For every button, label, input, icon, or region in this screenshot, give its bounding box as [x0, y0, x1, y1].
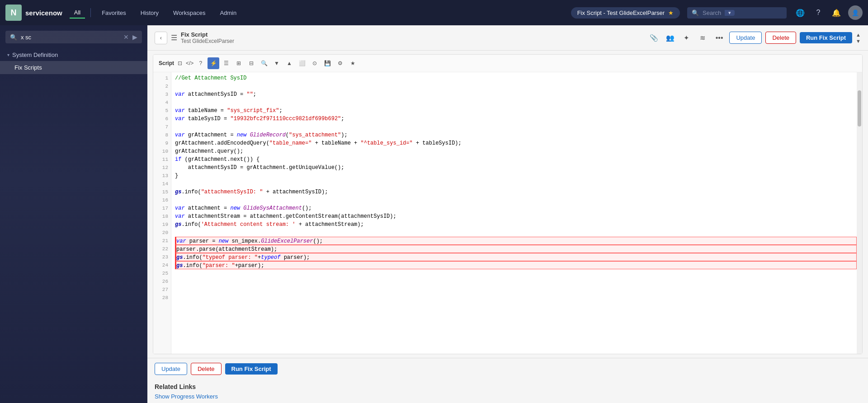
star-icon[interactable]: ★ [668, 9, 674, 16]
code-line-9: grAttachment.addEncodedQuery("table_name… [175, 139, 857, 147]
line-numbers: 12345 678910 1112131415 1617181920 21222… [153, 72, 171, 354]
sidebar-search-input[interactable] [21, 34, 120, 41]
fix-script-pill-label: Fix Script - Test GlideExcelParser [577, 9, 665, 16]
code-editor[interactable]: 12345 678910 1112131415 1617181920 21222… [153, 72, 862, 354]
toolbar-circle-icon[interactable]: ⊙ [309, 57, 321, 69]
code-line-26 [175, 277, 857, 286]
sidebar-section-header[interactable]: ▾ System Definition [0, 49, 147, 61]
code-line-20 [175, 229, 857, 237]
nav-admin[interactable]: Admin [214, 8, 242, 18]
expand-icon[interactable]: ⊡ [178, 60, 182, 66]
people-icon-button[interactable]: 👥 [664, 32, 677, 44]
script-label-row: Script ⊡ </> ? ⚡ ☰ ⊞ ⊟ 🔍 ▼ ▲ ⬜ ⊙ 💾 ⚙ [153, 55, 862, 72]
user-avatar[interactable]: 👤 [848, 5, 863, 20]
code-line-3: var attachmentSysID = ""; [175, 90, 857, 98]
toolbar-grid-icon[interactable]: ⊟ [245, 57, 257, 69]
nav-all-button[interactable]: All [70, 7, 85, 19]
form-title-main: Fix Script [181, 31, 644, 38]
code-line-1: //Get Attachment SysID [175, 74, 857, 82]
more-options-button[interactable]: ••• [713, 32, 726, 44]
toolbar-up-icon[interactable]: ▲ [283, 57, 295, 69]
code-line-10: grAttachment.query(); [175, 147, 857, 155]
notification-icon-button[interactable]: 🔔 [830, 6, 843, 19]
sidebar-clear-button[interactable]: ✕ [123, 33, 129, 41]
code-line-28 [175, 294, 857, 302]
toolbar-image-icon[interactable]: ⬜ [296, 57, 308, 69]
code-line-11: if (grAttachment.next()) { [175, 155, 857, 164]
toolbar-lightning-icon[interactable]: ⚡ [208, 57, 219, 69]
editor-scrollbar[interactable] [857, 72, 862, 354]
code-line-7 [175, 123, 857, 131]
form-title: Fix Script Test GlideExcelParser [181, 31, 644, 44]
show-progress-workers-link[interactable]: Show Progress Workers [155, 393, 218, 400]
plus-icon-button[interactable]: ✦ [680, 32, 693, 44]
sidebar-item-label: Fix Scripts [14, 64, 42, 71]
nav-icon-area: 🌐 ? 🔔 👤 [794, 5, 863, 20]
toolbar-align-icon[interactable]: ☰ [220, 57, 232, 69]
content-area: ‹ ☰ Fix Script Test GlideExcelParser 📎 👥… [147, 25, 868, 403]
toolbar-tag-icon[interactable]: ⊞ [233, 57, 245, 69]
servicenow-logo: N [5, 5, 22, 21]
main-layout: 🔍 ✕ ▶ ▾ System Definition Fix Scripts ‹ … [0, 25, 868, 403]
form-header: ‹ ☰ Fix Script Test GlideExcelParser 📎 👥… [147, 25, 868, 51]
nav-favorites[interactable]: Favorites [96, 8, 131, 18]
form-title-sub: Test GlideExcelParser [181, 38, 644, 44]
code-line-14 [175, 180, 857, 188]
nav-down-icon[interactable]: ▼ [856, 38, 861, 44]
top-navigation: N servicenow All Favorites History Works… [0, 0, 868, 25]
toolbar-save-icon[interactable]: 💾 [321, 57, 333, 69]
logo-area: N servicenow [5, 5, 62, 21]
header-update-button[interactable]: Update [729, 32, 762, 44]
related-links-title: Related Links [155, 383, 861, 390]
nav-workspaces[interactable]: Workspaces [168, 8, 211, 18]
global-search-bar[interactable]: 🔍 Search ▾ [687, 7, 787, 19]
related-links-section: Related Links Show Progress Workers [147, 380, 868, 403]
nav-up-icon[interactable]: ▲ [856, 32, 861, 37]
code-line-16 [175, 196, 857, 204]
help-icon[interactable]: ? [199, 60, 202, 66]
search-dropdown-button[interactable]: ▾ [725, 10, 735, 16]
code-line-6: var tableSysID = "19932bfc2f971110ccc982… [175, 115, 857, 123]
bottom-action-bar: Update Delete Run Fix Script [147, 358, 868, 380]
code-line-13: } [175, 172, 857, 180]
hamburger-menu-icon[interactable]: ☰ [171, 33, 177, 42]
globe-icon-button[interactable]: 🌐 [794, 6, 807, 19]
code-content[interactable]: //Get Attachment SysID var attachmentSys… [171, 72, 857, 354]
toolbar-settings-icon[interactable]: ⚙ [334, 57, 346, 69]
code-line-17: var attachment = new GlideSysAttachment(… [175, 204, 857, 212]
sidebar: 🔍 ✕ ▶ ▾ System Definition Fix Scripts [0, 25, 147, 403]
code-line-23: gs.info("typeof parser: "+typeof parser)… [175, 253, 857, 261]
help-icon-button[interactable]: ? [812, 6, 825, 19]
bottom-delete-button[interactable]: Delete [191, 363, 222, 375]
nav-up-down-buttons[interactable]: ▲ ▼ [856, 32, 861, 44]
search-placeholder-text: Search [703, 9, 721, 16]
settings-icon-button[interactable]: ≋ [697, 32, 709, 44]
bottom-update-button[interactable]: Update [155, 363, 187, 375]
nav-divider [90, 8, 91, 17]
back-button[interactable]: ‹ [155, 32, 167, 44]
fix-script-pill[interactable]: Fix Script - Test GlideExcelParser ★ [571, 7, 680, 19]
code-icon[interactable]: </> [186, 60, 193, 66]
chevron-down-icon: ▾ [7, 52, 9, 57]
code-line-21: var parser = new sn_impex.GlideExcelPars… [175, 237, 857, 245]
bottom-run-button[interactable]: Run Fix Script [225, 363, 278, 375]
sidebar-section-label: System Definition [12, 52, 58, 58]
attachment-icon-button[interactable]: 📎 [648, 32, 660, 44]
code-line-24: gs.info("parser: "+parser); [175, 261, 857, 269]
header-run-button[interactable]: Run Fix Script [800, 32, 852, 43]
header-delete-button[interactable]: Delete [765, 32, 796, 44]
script-label: Script [159, 60, 174, 66]
code-line-19: gs.info('Attachment content stream: ' + … [175, 220, 857, 229]
sidebar-section-system-definition: ▾ System Definition Fix Scripts [0, 47, 147, 76]
toolbar-zoom-icon[interactable]: 🔍 [258, 57, 270, 69]
sidebar-search-icon: 🔍 [10, 34, 17, 41]
code-line-2 [175, 82, 857, 90]
script-toolbar: ⚡ ☰ ⊞ ⊟ 🔍 ▼ ▲ ⬜ ⊙ 💾 ⚙ ★ [208, 57, 359, 69]
toolbar-down-icon[interactable]: ▼ [271, 57, 283, 69]
sidebar-filter-icon[interactable]: ▶ [132, 33, 137, 41]
sidebar-item-fix-scripts[interactable]: Fix Scripts [0, 61, 147, 74]
sidebar-search-container: 🔍 ✕ ▶ [5, 31, 142, 43]
toolbar-star-icon[interactable]: ★ [347, 57, 359, 69]
code-line-4 [175, 98, 857, 107]
nav-history[interactable]: History [135, 8, 164, 18]
